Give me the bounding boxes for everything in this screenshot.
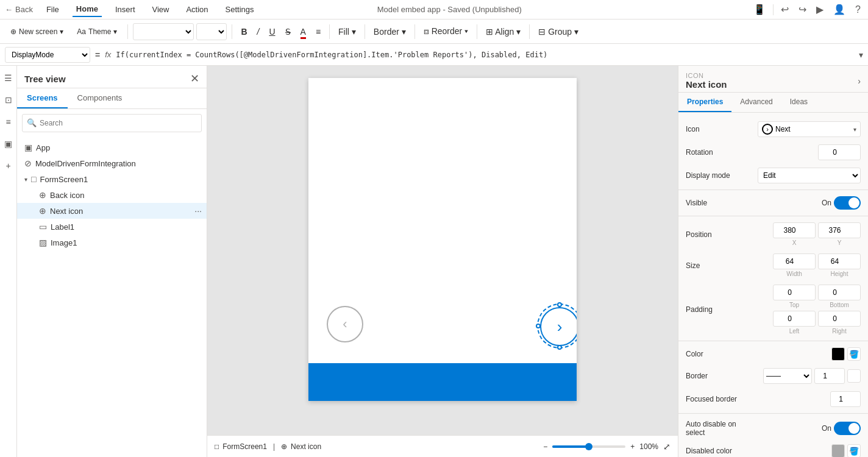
font-color-button[interactable]: A [297,24,310,39]
left-sublabel: Left [773,328,816,335]
zoom-plus-button[interactable]: + [630,442,635,451]
tab-advanced[interactable]: Advanced [731,93,781,112]
color-fill-icon[interactable]: 🪣 [847,347,861,361]
strikethrough-button[interactable]: S̶ [282,24,294,39]
disabled-color-swatch[interactable] [831,444,845,457]
user-icon[interactable]: 👤 [831,2,848,16]
visible-toggle[interactable] [834,196,861,210]
hamburger-icon[interactable]: ☰ [2,71,15,85]
tree-item-model[interactable]: ⊘ ModelDrivenFormIntegration [17,155,207,171]
auto-disable-toggle[interactable] [834,422,861,435]
toolbar-sep-4 [365,24,365,39]
tree-tabs: Screens Components [17,88,207,109]
padding-left-input[interactable] [773,311,816,327]
border-button[interactable]: Border ▾ [370,24,410,39]
fullscreen-icon[interactable]: ⤢ [663,442,671,452]
shapes-icon[interactable]: ▣ [2,136,15,151]
toolbar-sep-6 [477,24,477,39]
font-select[interactable] [133,23,194,40]
tree-item-app[interactable]: ▣ App [17,140,207,155]
new-screen-button[interactable]: ⊕ New screen ▾ [5,24,69,39]
menu-file[interactable]: File [43,2,63,16]
status-selected-label: Next icon [291,442,321,451]
display-mode-select[interactable]: Edit [758,168,861,183]
property-select[interactable]: DisplayMode [5,47,90,63]
tree-item-label1[interactable]: ▭ Label1 [17,219,207,235]
plus-icon[interactable]: + [3,158,13,173]
layers-icon[interactable]: ≡ [3,115,13,129]
reorder-button[interactable]: ⧈ Reorder ▾ [420,24,472,39]
theme-button[interactable]: Aa Theme ▾ [71,24,123,39]
underline-button[interactable]: U [265,24,279,39]
fill-button[interactable]: Fill ▾ [335,24,360,39]
tree-item-image1[interactable]: ▨ Image1 [17,235,207,250]
border-width-input[interactable] [814,368,845,384]
tree-item-next-icon[interactable]: ⊕ Next icon ··· [17,203,207,219]
align-right-button[interactable]: ⊞ Align ▾ [482,24,524,39]
formula-equals-icon[interactable]: = [95,50,100,60]
padding-top-input[interactable] [773,285,816,300]
border-color-swatch[interactable] [847,369,861,383]
formula-input[interactable] [116,47,854,63]
group-button[interactable]: ⊟ Group ▾ [535,24,582,39]
formula-expand-icon[interactable]: ▾ [859,50,863,60]
menu-insert[interactable]: Insert [112,2,139,16]
handle-top[interactable] [557,302,562,307]
font-size-select[interactable] [196,23,227,40]
back-icon-element[interactable]: ‹ [327,306,363,342]
app-icon: ▣ [24,143,32,152]
more-options-icon[interactable]: ··· [194,206,202,216]
screens-icon[interactable]: ⊡ [2,93,15,107]
menu-home[interactable]: Home [73,2,102,17]
tab-screens[interactable]: Screens [17,88,68,108]
focused-border-input[interactable] [830,391,861,407]
height-input[interactable] [818,253,861,269]
rotation-input[interactable] [818,144,861,160]
tree-item-back-icon[interactable]: ⊕ Back icon [17,187,207,203]
panel-header: ICON Next icon › [678,66,868,93]
zoom-minus-button[interactable]: − [543,442,547,451]
width-input[interactable] [773,253,816,269]
height-sublabel: Height [818,271,861,277]
border-style-select[interactable]: —— [763,368,812,384]
menu-action[interactable]: Action [182,2,212,16]
color-swatch[interactable] [831,347,845,361]
icon-select-dropdown[interactable]: › Next ▾ [758,121,861,137]
icon-circle-symbol: › [762,124,773,135]
display-mode-label: Display mode [686,171,753,180]
play-icon[interactable]: ▶ [814,2,826,16]
position-x-input[interactable] [773,222,816,238]
padding-right-input[interactable] [818,311,861,327]
bold-button[interactable]: B [237,24,251,39]
italic-button[interactable]: / [254,24,263,39]
focused-border-value [758,391,861,407]
disabled-color-fill-icon[interactable]: 🪣 [847,444,861,457]
panel-body: Icon › Next ▾ Rotation Display mode [678,113,868,457]
tab-components[interactable]: Components [68,88,132,108]
tab-properties[interactable]: Properties [678,93,731,112]
phone-icon[interactable]: 📱 [751,2,768,16]
canvas-area[interactable]: ‹ › ⚠ ▾ [207,66,678,457]
panel-tabs: Properties Advanced Ideas [678,93,868,113]
fx-label: fx [105,50,111,59]
tab-ideas[interactable]: Ideas [781,93,816,112]
menu-back[interactable]: ← Back [5,5,33,14]
search-input[interactable] [22,114,202,132]
redo-icon[interactable]: ↪ [796,2,809,16]
help-icon[interactable]: ? [853,3,863,16]
tree-close-button[interactable]: ✕ [190,72,199,85]
position-y-input[interactable] [818,222,861,238]
padding-bottom-input[interactable] [818,285,861,300]
tree-item-formscreen[interactable]: ▾ □ FormScreen1 [17,171,207,187]
status-screen-label: FormScreen1 [222,442,267,451]
menu-view[interactable]: View [149,2,173,16]
next-icon-element[interactable]: › [540,307,577,346]
undo-icon[interactable]: ↩ [778,2,791,16]
zoom-bar[interactable] [552,445,625,448]
panel-title: Next icon [686,79,727,90]
menu-settings[interactable]: Settings [222,2,258,16]
panel-expand-button[interactable]: › [858,76,861,86]
screen-icon: □ [31,174,36,184]
align-button[interactable]: ≡ [312,24,324,39]
tree-item-back-icon-label: Back icon [50,191,202,200]
